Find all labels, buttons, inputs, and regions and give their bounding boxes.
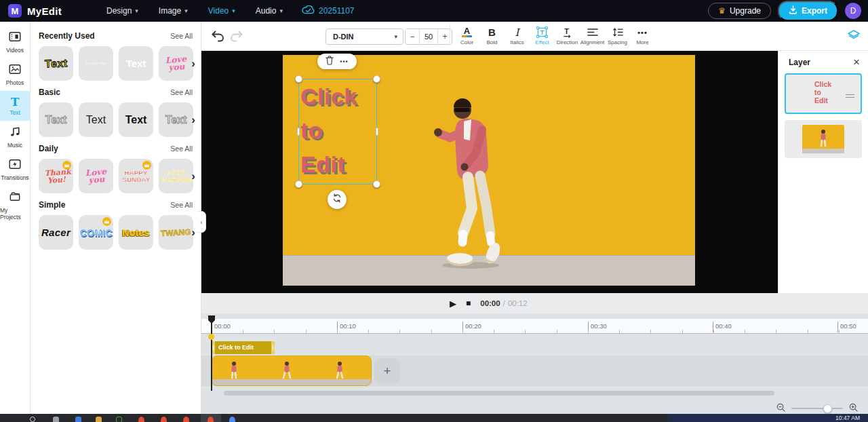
layer-item-video[interactable]	[785, 120, 862, 158]
selection-context-toolbar: •••	[317, 54, 357, 69]
text-preset[interactable]: Thank You!	[39, 159, 73, 193]
resize-handle-middle-right[interactable]	[376, 128, 378, 136]
keyframe-dot[interactable]	[208, 334, 214, 340]
text-preset[interactable]: Text	[39, 46, 73, 81]
font-size-value[interactable]: 50	[419, 29, 438, 44]
play-button[interactable]: ▶	[450, 299, 456, 308]
resize-handle-bottom-right[interactable]	[373, 180, 380, 188]
menu-audio[interactable]: Audio▾	[256, 6, 283, 16]
close-icon[interactable]: ×	[853, 58, 860, 67]
taskbar-app-icon[interactable]	[138, 417, 144, 422]
clip-trim-handle-right[interactable]	[271, 341, 275, 354]
resize-handle-middle-left[interactable]	[297, 128, 300, 136]
redo-button[interactable]	[230, 31, 243, 45]
transitions-icon	[9, 159, 21, 172]
color-button[interactable]: A Color	[454, 24, 479, 45]
text-preset[interactable]: GOOD MORNING	[159, 159, 193, 193]
more-options-icon[interactable]: •••	[340, 58, 348, 65]
text-preset[interactable]: Love you	[159, 46, 193, 81]
user-avatar[interactable]: D	[845, 3, 861, 19]
alignment-button[interactable]: Alignment	[580, 24, 605, 45]
section-title: Recently Used	[39, 31, 95, 41]
rotate-handle[interactable]	[328, 190, 347, 209]
direction-button[interactable]: T Direction	[555, 24, 580, 45]
preset-row: Text Text Text Text ›	[39, 102, 193, 137]
text-preset[interactable]: Text	[79, 102, 113, 137]
see-all-link[interactable]: See All	[170, 32, 193, 40]
text-preset[interactable]: Love you	[79, 159, 113, 193]
resize-handle-top-left[interactable]	[295, 75, 302, 83]
text-preset[interactable]: TWANG	[159, 215, 193, 250]
see-all-link[interactable]: See All	[170, 201, 193, 209]
spacing-button[interactable]: Spacing	[605, 24, 630, 45]
text-preset[interactable]: Racer	[39, 215, 73, 250]
more-button[interactable]: ••• More	[630, 24, 655, 45]
bold-button[interactable]: B Bold	[479, 24, 505, 45]
taskbar-app-icon[interactable]	[116, 417, 122, 422]
panel-collapse-handle[interactable]: ‹	[197, 211, 206, 233]
timeline-video-clip[interactable]	[212, 356, 372, 386]
text-preset[interactable]: Text	[119, 46, 153, 81]
font-family-select[interactable]: D-DIN ▾	[326, 28, 403, 45]
text-preset[interactable]: COMIC	[79, 215, 113, 250]
chevron-right-icon[interactable]: ›	[191, 113, 195, 127]
see-all-link[interactable]: See All	[170, 145, 193, 153]
rail-item-transitions[interactable]: Transitions	[0, 153, 30, 186]
see-all-link[interactable]: See All	[170, 88, 193, 96]
rail-item-text[interactable]: T Text	[0, 91, 30, 121]
menu-video[interactable]: Video▾	[208, 6, 235, 16]
tool-rail: Videos Photos T Text Music Transitions M…	[0, 22, 31, 414]
chevron-right-icon[interactable]: ›	[191, 226, 195, 239]
timeline-text-clip[interactable]: Click to Edit	[212, 341, 275, 354]
text-preset[interactable]: HAPPY SUNDAY	[119, 159, 153, 193]
zoom-in-icon[interactable]	[849, 402, 858, 414]
rail-item-music[interactable]: Music	[0, 121, 30, 153]
italics-button[interactable]: I Italics	[505, 24, 530, 45]
layer-item-text[interactable]: Click to Edit	[785, 73, 862, 114]
taskbar-app-icon[interactable]	[96, 417, 102, 422]
stop-button[interactable]: ■	[466, 299, 471, 307]
zoom-out-icon[interactable]	[776, 402, 785, 414]
selection-bounding-box[interactable]	[298, 79, 377, 185]
undo-button[interactable]	[211, 31, 224, 45]
app-logo[interactable]: M MyEdit	[8, 4, 62, 18]
upgrade-button[interactable]: ♛ Upgrade	[708, 3, 771, 19]
text-preset[interactable]: Text	[159, 102, 193, 137]
drag-handle-icon[interactable]	[846, 92, 854, 100]
zoom-slider-handle[interactable]	[823, 404, 832, 413]
chevron-right-icon[interactable]: ›	[191, 170, 195, 183]
timeline-scrollbar[interactable]	[224, 391, 774, 396]
rail-item-photos[interactable]: Photos	[0, 58, 30, 91]
export-button[interactable]: Export	[778, 1, 838, 21]
text-preset[interactable]: Text	[39, 102, 73, 137]
timeline-ruler[interactable]: 00:00 00:10 00:20 00:30 00:40 00:50	[201, 319, 868, 334]
text-preset[interactable]: Sunday vibe	[79, 46, 113, 81]
taskbar-app-icon[interactable]	[75, 417, 81, 422]
add-media-button[interactable]: +	[374, 358, 400, 383]
layers-panel-toggle[interactable]	[848, 30, 860, 43]
chevron-right-icon[interactable]: ›	[191, 57, 195, 71]
video-frame[interactable]: Click to Edit •••	[283, 55, 695, 286]
taskbar-app-icon[interactable]	[53, 417, 59, 422]
taskbar-app-icon[interactable]	[183, 417, 189, 422]
taskbar-app-icon[interactable]	[161, 417, 167, 422]
resize-handle-top-right[interactable]	[373, 75, 380, 83]
menu-design[interactable]: Design▾	[106, 6, 138, 16]
resize-handle-bottom-left[interactable]	[295, 180, 302, 188]
format-buttons: A Color B Bold I Italics T Effect T Dire…	[450, 24, 655, 45]
taskbar-app-icon[interactable]	[30, 417, 35, 422]
rail-item-my-projects[interactable]: My Projects	[0, 186, 30, 225]
rail-item-videos[interactable]: Videos	[0, 26, 30, 58]
project-sync-chip[interactable]: 20251107	[302, 5, 355, 16]
menu-image[interactable]: Image▾	[159, 6, 188, 16]
clip-trim-handle-left[interactable]	[212, 341, 215, 354]
delete-icon[interactable]	[326, 56, 334, 68]
taskbar-app-icon[interactable]	[208, 417, 214, 422]
effect-button[interactable]: T Effect	[530, 24, 555, 45]
preview-canvas[interactable]: Click to Edit •••	[201, 51, 778, 293]
text-preset[interactable]: Text	[119, 102, 153, 137]
font-size-decrease-button[interactable]: −	[406, 29, 419, 44]
text-preset[interactable]: Notes	[119, 215, 153, 250]
taskbar-app-icon[interactable]	[229, 417, 235, 422]
zoom-slider[interactable]	[791, 408, 843, 409]
